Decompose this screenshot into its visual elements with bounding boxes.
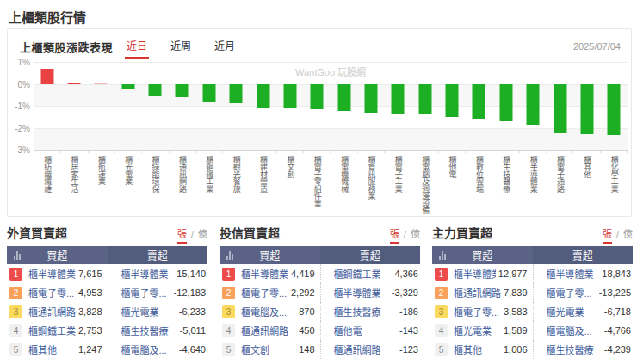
sector-link[interactable]: 櫃半導體業 bbox=[28, 267, 76, 281]
unit-shares[interactable]: 張 bbox=[603, 226, 612, 244]
unit-amount[interactable]: 億 bbox=[198, 226, 207, 242]
bar bbox=[121, 84, 134, 89]
unit-amount[interactable]: 億 bbox=[623, 226, 633, 242]
bar bbox=[311, 84, 324, 110]
sector-link[interactable]: 櫃鋼鐵工業 bbox=[28, 324, 76, 337]
x-axis-label: 櫃電腦及週邊設備 bbox=[411, 156, 438, 216]
x-axis-label: 櫃其他 bbox=[573, 156, 600, 216]
unit-amount[interactable]: 億 bbox=[411, 226, 420, 242]
rank-badge: 5 bbox=[435, 343, 448, 356]
tab-recent-day[interactable]: 近日 bbox=[125, 35, 149, 59]
sector-link[interactable]: 櫃半導體業 bbox=[547, 267, 597, 281]
x-axis-label-text: 櫃其他 bbox=[583, 156, 591, 216]
buy-cell: 3櫃通訊網路3,828 bbox=[7, 305, 108, 318]
buy-value: 7,615 bbox=[78, 268, 102, 279]
sell-cell: 櫃光電業-6,233 bbox=[108, 302, 208, 321]
x-axis-label: 櫃電機機械 bbox=[331, 156, 357, 216]
bar-slot bbox=[411, 62, 438, 150]
unit-separator: / bbox=[404, 229, 406, 239]
sector-link[interactable]: 櫃半導體業 bbox=[121, 267, 171, 281]
bar-slot bbox=[88, 62, 114, 150]
chart-header: 上櫃類股漲跌表現 近日 近周 近月 2025/07/04 bbox=[20, 35, 621, 58]
sector-link[interactable]: 櫃通訊網路 bbox=[28, 305, 76, 318]
sector-link[interactable]: 櫃通訊網路 bbox=[334, 342, 397, 356]
bar-series bbox=[34, 62, 628, 150]
sector-link[interactable]: 櫃其他 bbox=[28, 342, 76, 356]
sector-link[interactable]: 櫃光電業 bbox=[121, 305, 176, 318]
buy-value: 7,839 bbox=[504, 287, 528, 298]
sell-value: -4,766 bbox=[604, 325, 631, 336]
sell-value: -6,233 bbox=[179, 306, 206, 317]
x-axis-label: 櫃化學工業 bbox=[601, 156, 628, 216]
sell-column-header: 賣超 bbox=[147, 248, 168, 262]
y-axis-label: 1% bbox=[18, 58, 30, 67]
bar bbox=[283, 84, 296, 109]
x-axis-label: 櫃通訊網路 bbox=[169, 156, 195, 216]
x-axis-label-text: 櫃文創 bbox=[286, 156, 294, 216]
unit-shares[interactable]: 張 bbox=[177, 226, 187, 244]
bar bbox=[337, 84, 350, 111]
chart-title: 上櫃類股漲跌表現 bbox=[20, 39, 113, 55]
sector-link[interactable]: 櫃半導體業 bbox=[334, 286, 389, 299]
x-axis-tick bbox=[170, 150, 196, 153]
tab-recent-month[interactable]: 近月 bbox=[213, 35, 237, 59]
bar bbox=[418, 84, 431, 114]
x-axis-label-text: 櫃通訊網路 bbox=[178, 156, 186, 216]
sector-link[interactable]: 櫃電腦及... bbox=[121, 342, 176, 356]
buy-cell: 2櫃電子零...4,953 bbox=[7, 286, 108, 299]
sector-link[interactable]: 櫃電子零... bbox=[28, 286, 76, 299]
rank-badge: 3 bbox=[222, 305, 235, 318]
x-axis-label: 櫃生技醫療 bbox=[492, 156, 519, 216]
sector-link[interactable]: 櫃電子零... bbox=[121, 286, 171, 299]
bar-slot bbox=[169, 62, 195, 150]
sector-link[interactable]: 櫃半導體業 bbox=[241, 267, 288, 281]
sector-link[interactable]: 櫃鋼鐵工業 bbox=[334, 267, 389, 281]
table-row: 5櫃文創148櫃通訊網路-123 bbox=[220, 340, 420, 359]
tab-recent-week[interactable]: 近周 bbox=[169, 35, 193, 59]
table-row: 2櫃電子零...2,292櫃半導體業-3,329 bbox=[220, 283, 420, 302]
sector-link[interactable]: 櫃通訊網路 bbox=[241, 324, 296, 337]
buy-cell: 5櫃其他1,006 bbox=[432, 342, 533, 356]
x-axis-label-text: 櫃航運業 bbox=[97, 156, 105, 216]
sector-link[interactable]: 櫃其他 bbox=[454, 342, 501, 356]
sell-value: -3,329 bbox=[392, 287, 418, 298]
unit-toggle: 張 / 億 bbox=[177, 226, 207, 244]
sector-link[interactable]: 櫃電子零... bbox=[241, 286, 288, 299]
sector-link[interactable]: 櫃光電業 bbox=[454, 324, 501, 337]
table-row: 4櫃鋼鐵工業2,753櫃生技醫療-5,011 bbox=[7, 321, 207, 340]
bar-slot bbox=[114, 62, 141, 150]
y-axis-label: 0% bbox=[18, 79, 30, 89]
table-row: 2櫃通訊網路7,839櫃電子零...-13,225 bbox=[432, 283, 633, 302]
x-axis-tick bbox=[277, 150, 304, 153]
sector-link[interactable]: 櫃電子零... bbox=[547, 286, 597, 299]
x-axis-label-text: 櫃綠能環保 bbox=[152, 156, 159, 216]
sector-link[interactable]: 櫃文創 bbox=[241, 342, 296, 356]
buy-value: 870 bbox=[299, 306, 314, 317]
x-axis-label-text: 櫃電腦及週邊設備 bbox=[421, 156, 429, 216]
sector-link[interactable]: 櫃生技醫療 bbox=[121, 324, 177, 337]
buy-cell: 1櫃半導體業12,977 bbox=[432, 267, 533, 281]
unit-shares[interactable]: 張 bbox=[390, 226, 399, 244]
sector-link[interactable]: 櫃電腦及... bbox=[547, 324, 602, 337]
sector-link[interactable]: 櫃電腦及... bbox=[241, 305, 296, 318]
bar-slot bbox=[60, 62, 87, 150]
x-axis-tick bbox=[331, 150, 357, 153]
x-axis-label-text: 櫃數位雲端 bbox=[475, 156, 483, 216]
sector-link[interactable]: 櫃光電業 bbox=[547, 305, 602, 318]
sector-link[interactable]: 櫃半導體業 bbox=[454, 267, 496, 281]
buy-cell: 1櫃半導體業7,615 bbox=[7, 267, 108, 281]
x-axis-label: 櫃電子零組件業 bbox=[304, 156, 331, 216]
sector-link[interactable]: 櫃他電 bbox=[334, 324, 397, 337]
sector-link[interactable]: 櫃電子零... bbox=[454, 305, 501, 318]
buy-value: 3,828 bbox=[78, 306, 102, 317]
sector-link[interactable]: 櫃生技醫療 bbox=[334, 305, 397, 318]
sector-link[interactable]: 櫃生技醫療 bbox=[547, 342, 602, 356]
x-axis-tick bbox=[547, 150, 573, 153]
x-axis-tick bbox=[115, 150, 142, 153]
rank-bars-icon bbox=[439, 251, 446, 260]
sector-link[interactable]: 櫃通訊網路 bbox=[454, 286, 501, 299]
table-column-headers: 買超 賣超 bbox=[432, 246, 633, 264]
unit-separator: / bbox=[191, 229, 194, 239]
table-row: 3櫃通訊網路3,828櫃光電業-6,233 bbox=[7, 302, 207, 321]
bar-slot bbox=[438, 62, 465, 150]
